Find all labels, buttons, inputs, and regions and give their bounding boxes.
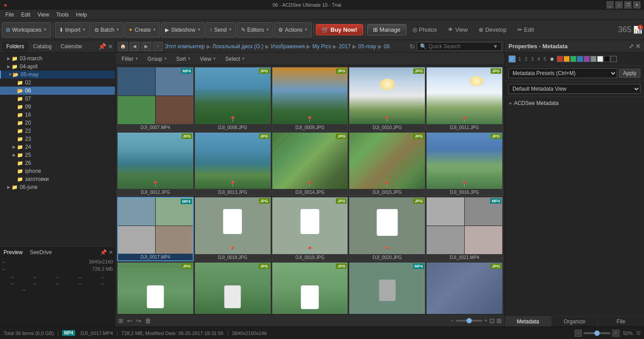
preview-tab[interactable]: Preview [2, 248, 25, 256]
color-empty[interactable] [610, 56, 617, 62]
thumb-DJI_0023[interactable]: JPG DJI_0023.JPG [195, 262, 271, 314]
tree-item-23[interactable]: 📁 23 [0, 135, 115, 143]
color-yellow[interactable] [564, 56, 570, 62]
view-button[interactable]: View ▼ [196, 55, 220, 63]
buy-now-button[interactable]: 🛒 Buy Now! [316, 24, 363, 35]
thumb-DJI_0012[interactable]: JPG 📍 DJI_0012.JPG [117, 132, 194, 197]
tree-item-20[interactable]: 📁 20 [0, 119, 115, 127]
right-panel-expand[interactable]: ⤢ [629, 43, 634, 50]
notifications-icon[interactable]: 📊1 [633, 25, 642, 34]
photos-button[interactable]: ◎ Photos [407, 24, 442, 35]
tree-item-22[interactable]: 📁 22 [0, 127, 115, 135]
thumb-DJI_0008[interactable]: JPG 📍 DJI_0008.JPG [195, 67, 271, 131]
send-button[interactable]: ↑ Send ▼ [206, 22, 236, 38]
view-select-dropdown[interactable]: Default Metadata View [508, 84, 640, 94]
batch-button[interactable]: ⧉ Batch ▼ [91, 22, 124, 38]
menu-view[interactable]: View [34, 11, 53, 19]
thumb-DJI_0014[interactable]: JPG 📍 DJI_0014.JPG [272, 132, 348, 197]
panel-pin-icon[interactable]: 📌 [98, 43, 106, 50]
color-white[interactable] [597, 56, 603, 62]
delete-button[interactable]: 🗑 [145, 317, 151, 324]
thumb-DJI_0007[interactable]: MP4 DJI_0007.MP4 [117, 67, 194, 131]
manage-button[interactable]: ⊞ Manage [367, 24, 407, 35]
minimize-button[interactable]: _ [606, 1, 614, 8]
thumb-DJI_0010[interactable]: JPG 📍 DJI_0010.JPG [349, 67, 425, 131]
bc-2017[interactable]: 2017 [339, 43, 351, 50]
tree-item-26[interactable]: 📁 26 [0, 159, 115, 167]
thumb-DJI_0026[interactable]: JPG DJI_0026.JPG [426, 262, 503, 314]
thumb-DJI_0019[interactable]: JPG 📍 DJI_0019.JPG [272, 197, 348, 261]
tree-item-iphone[interactable]: 📁 iphone [0, 167, 115, 175]
color-green[interactable] [570, 56, 576, 62]
tab-calendar[interactable]: Calendar [56, 42, 87, 51]
tree-item-03-march[interactable]: ▶ 📁 03-march [0, 54, 115, 63]
thumb-DJI_0009[interactable]: JPG 📍 DJI_0009.JPG [272, 67, 348, 131]
zoom-thumb-status[interactable] [594, 331, 600, 336]
filter-button[interactable]: Filter ▼ [118, 55, 142, 63]
thumb-DJI_0013[interactable]: JPG 📍 DJI_0013.JPG [195, 132, 271, 197]
color-purple[interactable] [584, 56, 590, 62]
thumb-DJI_0024[interactable]: JPG DJI_0024.JPG [272, 262, 348, 314]
thumb-DJI_0025[interactable]: MP4 DJI_0025.MP4 [349, 262, 425, 314]
search-clear-icon[interactable]: ▼ [493, 43, 498, 50]
back-button[interactable]: ◀ [130, 42, 140, 51]
bc-computer[interactable]: Этот компьютер [165, 43, 205, 50]
fullscreen-icon[interactable]: ⊡ [636, 330, 640, 336]
color-gray[interactable] [590, 56, 597, 62]
thumb-DJI_0016[interactable]: JPG 📍 DJI_0016.JPG [426, 132, 503, 197]
fit-icon[interactable]: ⊡ [489, 317, 495, 324]
develop-button[interactable]: ⊕ Develop [474, 24, 512, 35]
tree-item-02[interactable]: 📁 02 [0, 79, 115, 87]
bc-mypics[interactable]: My Pics [312, 43, 331, 50]
apply-button[interactable]: Apply [619, 69, 640, 78]
import-button[interactable]: ⬇ Import ▼ [55, 22, 90, 38]
zoom-slider[interactable] [456, 320, 483, 322]
acdsee-expand[interactable]: + ACDSee Metadata [508, 100, 640, 107]
up-button[interactable]: ↑ [153, 42, 163, 51]
tree-item-25[interactable]: ▶ 📁 25 [0, 151, 115, 159]
zoom-out-icon[interactable]: − [451, 318, 454, 324]
tab-metadata[interactable]: Metadata [505, 317, 551, 326]
undo-button[interactable]: ↩ [127, 317, 132, 324]
search-input[interactable] [428, 43, 491, 50]
preset-select[interactable]: Metadata Presets (Ctrl+M) [508, 68, 617, 78]
bc-05may[interactable]: 05-may [358, 43, 376, 50]
view-mode-button[interactable]: 👁 View [443, 24, 473, 35]
color-black[interactable] [604, 56, 610, 62]
color-red[interactable] [557, 56, 563, 62]
redo-button[interactable]: ↪ [136, 317, 141, 324]
tab-folders[interactable]: Folders [2, 42, 29, 51]
create-button[interactable]: ✦ Create ▼ [124, 22, 160, 38]
menu-edit[interactable]: Edit [17, 11, 34, 19]
zoom-thumb[interactable] [466, 318, 472, 323]
menu-tools[interactable]: Tools [53, 11, 72, 19]
tree-item-06-june[interactable]: ▶ 📁 06-june [0, 183, 115, 191]
editors-button[interactable]: ✎ Editors ▼ [237, 22, 273, 38]
maximize-button[interactable]: □ [615, 1, 623, 8]
thumb-DJI_0022[interactable]: JPG DJI_0022.JPG [117, 262, 194, 314]
home-button[interactable]: 🏠 [118, 42, 128, 51]
preview-pin-icon[interactable]: 📌 [100, 249, 107, 255]
thumb-DJI_0021[interactable]: MP4 DJI_0021.MP4 [426, 197, 503, 261]
zoom-in-icon[interactable]: + [484, 318, 487, 324]
tree-item-05-may[interactable]: ▼ 📂 05-may [0, 71, 115, 79]
zoom-minus-button[interactable]: − [575, 330, 582, 337]
workspaces-button[interactable]: ⊞ Workspaces ▼ [2, 22, 51, 38]
tree-item-24[interactable]: ▶ 📁 24 [0, 143, 115, 151]
365-icon[interactable]: 365 [618, 25, 631, 34]
actions-button[interactable]: ⚙ Actions ▼ [274, 22, 312, 38]
group-button[interactable]: Group ▼ [144, 55, 171, 63]
tree-item-16[interactable]: 📁 16 [0, 111, 115, 119]
meta-check-all[interactable]: ✓ [508, 55, 516, 63]
tree-item-07[interactable]: 📁 07 [0, 95, 115, 103]
menu-help[interactable]: Help [72, 11, 91, 19]
bc-06[interactable]: 06 [384, 43, 390, 50]
thumb-DJI_0011[interactable]: JPG 📍 DJI_0011.JPG [426, 67, 503, 131]
tab-catalog[interactable]: Catalog [29, 42, 56, 51]
preview-close-icon[interactable]: ✕ [109, 249, 113, 255]
tree-item-zagotovki[interactable]: 📁 заготовки [0, 175, 115, 183]
actual-size-icon[interactable]: ⊞ [496, 317, 502, 324]
zoom-slider-status[interactable] [584, 332, 610, 334]
tree-item-09[interactable]: 📁 09 [0, 103, 115, 111]
close-button[interactable]: ✕ [633, 1, 640, 8]
